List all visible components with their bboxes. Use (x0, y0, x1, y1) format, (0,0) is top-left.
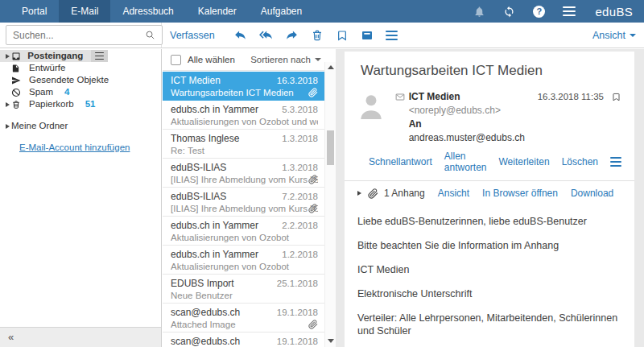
expand-attachments-caret-icon[interactable] (357, 191, 361, 196)
reply-icon[interactable] (233, 28, 247, 42)
message-body: Liebe eduBS-Benutzerinnen, liebe eduBS-B… (345, 205, 634, 347)
top-navigation-bar: Portal E-Mail Adressbuch Kalender Aufgab… (0, 0, 644, 23)
mail-toolbar: Verfassen (162, 28, 398, 42)
paperclip-icon (308, 204, 318, 213)
avatar (357, 90, 385, 121)
mail-date: 19.1.2018 (277, 337, 318, 347)
expand-caret-icon[interactable] (6, 124, 10, 129)
body-paragraph: Liebe eduBS-Benutzerinnen, liebe eduBS-B… (357, 215, 621, 228)
search-input[interactable] (6, 30, 144, 41)
delete-icon[interactable] (311, 29, 324, 42)
quick-reply-link[interactable]: Schnellantwort (369, 156, 432, 167)
compose-button[interactable]: Verfassen (170, 30, 215, 41)
mail-list-item[interactable]: edubs.ch in Yammer Aktualisierungen von … (163, 101, 324, 130)
body-paragraph: Bitte beachten Sie die Information im An… (357, 239, 621, 252)
delete-link[interactable]: Löschen (562, 156, 598, 167)
mail-subject: Neue Benutzer (171, 290, 318, 302)
forward-icon[interactable] (285, 28, 299, 42)
sidebar-folder-trash[interactable]: Papierkorb 51 (0, 98, 161, 110)
attachment-view-link[interactable]: Ansicht (438, 188, 469, 199)
mail-date: 1.2.2018 (282, 250, 318, 260)
mail-list-item[interactable]: ICT Medien Wartungsarbeiten ICT Medien 1… (163, 72, 324, 101)
attachment-open-browser-link[interactable]: In Browser öffnen (482, 188, 558, 199)
toolbar-row: Verfassen Ansicht (0, 23, 644, 48)
attachment-download-link[interactable]: Download (571, 188, 613, 199)
mail-list-item[interactable]: Thomas Inglese Re: Test 1.3.2018 (163, 130, 324, 159)
mail-date: 5.3.2018 (282, 105, 318, 115)
tab-email[interactable]: E-Mail (59, 0, 110, 23)
list-options-icon[interactable] (386, 29, 398, 41)
envelope-icon (394, 90, 409, 145)
folder-label: Entwürfe (29, 62, 65, 74)
reply-all-icon[interactable] (259, 28, 273, 42)
bookmark-icon[interactable] (336, 29, 349, 42)
sort-label: Sortieren nach (250, 55, 311, 64)
sort-menu[interactable]: Sortieren nach (250, 55, 321, 64)
topbar-actions: ? eduBS (456, 0, 644, 23)
bell-icon[interactable] (473, 6, 485, 18)
mail-subject: Wartungsarbeiten ICT Medien (171, 87, 318, 99)
sidebar-folder-sent[interactable]: Gesendete Objekte (0, 74, 161, 86)
mail-subject: Attached Image (171, 319, 318, 331)
select-all-checkbox[interactable] (171, 55, 181, 65)
sidebar-folder-drafts[interactable]: Entwürfe (0, 62, 161, 74)
tab-aufgaben[interactable]: Aufgaben (249, 0, 314, 23)
sidebar-folder-myfolders[interactable]: Meine Ordner (0, 120, 161, 132)
message-menu-icon[interactable] (610, 156, 621, 168)
folder-menu-button[interactable] (91, 50, 108, 62)
to-line: An andreas.muster@edubs.ch (409, 118, 538, 145)
expand-caret-icon[interactable] (6, 102, 10, 107)
message-card: Wartungsarbeiten ICT Medien ICT Medien <… (345, 52, 634, 347)
mail-subject: [ILIAS] Ihre Abmeldung vom Kurs "Schul..… (171, 174, 318, 186)
scroll-up-arrow-icon[interactable] (328, 65, 334, 69)
tab-adressbuch[interactable]: Adressbuch (110, 0, 185, 23)
attachment-row: 1 Anhang Ansicht In Browser öffnen Downl… (345, 181, 634, 205)
tab-kalender[interactable]: Kalender (186, 0, 249, 23)
folder-label: Papierkorb (29, 98, 74, 110)
mail-list-item[interactable]: EDUBS Import Neue Benutzer 25.1.2018 (163, 275, 324, 304)
archive-icon[interactable] (361, 29, 374, 42)
paperclip-icon (308, 175, 318, 184)
add-email-account-link[interactable]: E-Mail-Account hinzufügen (19, 143, 130, 152)
forward-link[interactable]: Weiterleiten (498, 156, 549, 167)
expand-caret-icon[interactable] (6, 54, 10, 59)
paperclip-icon (368, 188, 378, 199)
mail-list-item[interactable]: edubs.ch in Yammer Aktualisierungen von … (163, 246, 324, 275)
mail-subject: [ILIAS] Ihre Abmeldung vom Kurs "Ozobot" (171, 203, 318, 215)
paperclip-icon (308, 88, 318, 97)
mail-date: 7.2.2018 (282, 192, 318, 202)
trash-icon (11, 100, 29, 109)
collapse-sidebar-button[interactable]: « (8, 331, 14, 343)
chevron-down-icon (315, 58, 321, 61)
scrollbar-thumb[interactable] (327, 130, 334, 165)
mail-date: 1.3.2018 (282, 163, 318, 173)
mail-list-item[interactable]: edubs.ch in Yammer Aktualisierungen von … (163, 217, 324, 246)
mail-list-item[interactable]: scan@edubs.ch Attached Image 19.1.2018 (163, 304, 324, 333)
from-name: ICT Medien (409, 91, 460, 102)
attachment-count-label: 1 Anhang (384, 188, 425, 199)
unread-count: 4 (64, 86, 69, 98)
mail-list-item[interactable]: eduBS-ILIAS [ILIAS] Ihre Abmeldung vom K… (163, 188, 324, 217)
folder-sidebar: Posteingang Entwürfe Gesendete Objekte (0, 49, 162, 347)
main-area: Posteingang Entwürfe Gesendete Objekte (0, 49, 644, 347)
mail-list-item[interactable]: eduBS-ILIAS [ILIAS] Ihre Abmeldung vom K… (163, 159, 324, 188)
view-menu[interactable]: Ansicht (592, 30, 644, 41)
scroll-down-arrow-icon[interactable] (328, 339, 334, 343)
search-icon[interactable] (144, 29, 156, 41)
mail-date: 1.3.2018 (282, 134, 318, 144)
menu-icon[interactable] (563, 6, 576, 18)
mail-list-item[interactable]: scan@edubs.ch 19.1.2018 (163, 333, 324, 347)
mail-date: 25.1.2018 (277, 279, 318, 289)
tab-portal[interactable]: Portal (10, 0, 59, 23)
body-paragraph: Elektronische Unterschrift (357, 287, 621, 300)
hamburger-icon (95, 52, 104, 61)
help-icon[interactable]: ? (533, 6, 545, 18)
sidebar-folder-spam[interactable]: Spam 4 (0, 86, 161, 98)
flag-bookmark-icon[interactable] (611, 92, 621, 102)
reply-all-link[interactable]: Allen antworten (444, 151, 487, 173)
sidebar-folder-inbox[interactable]: Posteingang (0, 50, 108, 62)
message-actions: Schnellantwort Allen antworten Weiterlei… (357, 151, 621, 173)
mail-subject: Aktualisierungen von Ozobot und weiteren… (171, 116, 318, 128)
refresh-icon[interactable] (503, 6, 515, 18)
mail-list-scrollbar[interactable] (324, 62, 336, 347)
